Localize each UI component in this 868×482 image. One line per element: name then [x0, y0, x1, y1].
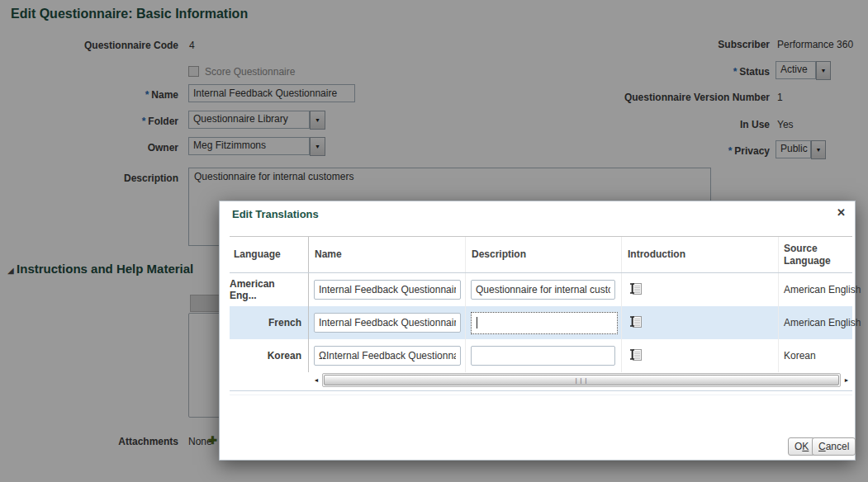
table-bottom-border [230, 390, 852, 391]
scrollbar-grip-icon: ||| [574, 377, 588, 384]
column-header-description: Description [466, 237, 622, 272]
text-caret [477, 317, 477, 328]
column-header-language: Language [230, 237, 309, 272]
rich-text-edit-icon[interactable] [628, 348, 643, 364]
scroll-left-icon[interactable]: ◄ [311, 373, 322, 387]
scrollbar-track[interactable]: ||| [322, 373, 841, 387]
column-header-introduction: Introduction [622, 237, 779, 272]
translation-name-input[interactable] [314, 280, 461, 300]
row-language: French [268, 317, 301, 328]
rich-text-edit-icon[interactable] [628, 282, 643, 298]
translation-name-input[interactable] [314, 313, 461, 333]
cancel-button[interactable]: Cancel [812, 437, 856, 456]
translation-description-input-focused[interactable] [471, 312, 618, 334]
translation-name-input[interactable] [314, 346, 461, 366]
column-header-source-language: Source Language [779, 237, 852, 272]
translations-table: Language Name Description Introduction S… [230, 236, 852, 372]
close-icon[interactable]: ✕ [837, 206, 846, 219]
scroll-right-icon[interactable]: ► [841, 373, 852, 387]
row-language: Korean [268, 350, 301, 362]
translation-description-input[interactable] [471, 346, 615, 366]
table-row[interactable]: Korean Korean [230, 339, 852, 372]
horizontal-scrollbar[interactable]: ◄ ||| ► [311, 373, 852, 387]
row-source-language: Korean [779, 350, 816, 362]
translation-description-input[interactable] [471, 280, 615, 300]
scrollbar-thumb[interactable]: ||| [324, 375, 839, 385]
table-header-row: Language Name Description Introduction S… [230, 236, 852, 273]
row-language: American Eng... [230, 278, 301, 301]
dialog-title: Edit Translations [232, 208, 319, 220]
rich-text-edit-icon[interactable] [628, 315, 643, 331]
edit-translations-dialog: Edit Translations ✕ Language Name Descri… [219, 201, 856, 461]
row-source-language: American English [779, 317, 861, 328]
table-row[interactable]: American Eng... American English [230, 273, 852, 306]
table-bottom-border-2 [230, 395, 852, 395]
row-source-language: American English [779, 284, 861, 295]
table-row[interactable]: French Ame [230, 306, 852, 339]
column-header-name: Name [309, 237, 466, 272]
